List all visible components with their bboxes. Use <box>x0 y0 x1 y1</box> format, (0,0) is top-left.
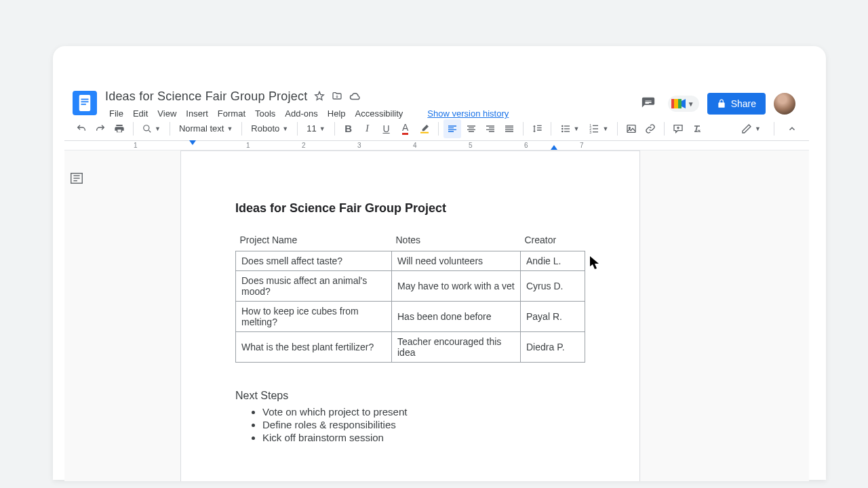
svg-rect-5 <box>674 99 678 108</box>
doc-heading: Ideas for Science Fair Group Project <box>235 201 585 216</box>
text-color-icon[interactable]: A <box>397 119 414 138</box>
right-indent-marker[interactable] <box>551 145 557 150</box>
document-page[interactable]: Ideas for Science Fair Group Project Pro… <box>180 150 640 481</box>
bullet-list-icon[interactable]: ▼ <box>556 119 584 138</box>
italic-icon[interactable]: I <box>359 119 376 138</box>
move-icon[interactable] <box>332 91 342 102</box>
user-avatar[interactable] <box>774 93 795 115</box>
collapse-toolbar-icon[interactable] <box>783 119 801 138</box>
svg-rect-21 <box>627 125 635 132</box>
list-item: Vote on which project to present <box>262 406 585 418</box>
svg-rect-6 <box>678 99 682 108</box>
chevron-down-icon: ▼ <box>688 100 694 108</box>
mouse-cursor-icon <box>590 256 601 270</box>
share-button[interactable]: Share <box>707 93 766 115</box>
doc-title[interactable]: Ideas for Science Fair Group Project <box>105 89 307 104</box>
insert-image-icon[interactable] <box>623 119 640 138</box>
svg-rect-0 <box>79 95 91 111</box>
align-center-icon[interactable] <box>462 119 480 138</box>
align-justify-icon[interactable] <box>500 119 518 138</box>
underline-icon[interactable]: U <box>378 119 395 138</box>
svg-rect-13 <box>564 128 570 129</box>
canvas: Ideas for Science Fair Group Project Pro… <box>64 150 809 481</box>
add-comment-icon[interactable] <box>669 119 687 138</box>
bold-icon[interactable]: B <box>340 119 357 138</box>
projects-table: Project Name Notes Creator Does smell af… <box>235 232 585 363</box>
svg-rect-14 <box>564 131 570 131</box>
svg-point-10 <box>561 127 564 129</box>
svg-rect-18 <box>593 125 598 125</box>
redo-icon[interactable] <box>92 119 109 138</box>
editing-mode-icon[interactable]: ▼ <box>737 119 765 138</box>
print-icon[interactable] <box>111 119 128 138</box>
cloud-saved-icon[interactable] <box>349 91 361 102</box>
highlight-icon[interactable] <box>416 119 433 138</box>
left-indent-marker[interactable] <box>189 140 196 146</box>
horizontal-ruler[interactable]: 1 1 2 3 4 5 6 7 <box>64 141 809 150</box>
table-row: What is the best plant fertilizer?Teache… <box>236 332 585 363</box>
fontsize-dropdown[interactable]: 11▼ <box>302 119 329 138</box>
line-spacing-icon[interactable] <box>528 119 546 138</box>
svg-rect-3 <box>81 104 86 105</box>
svg-point-9 <box>561 125 564 127</box>
next-steps-title: Next Steps <box>235 390 585 402</box>
clear-formatting-icon[interactable] <box>688 119 706 138</box>
meet-button[interactable]: ▼ <box>668 96 699 112</box>
table-row: Does smell affect taste?Will need volunt… <box>236 251 585 271</box>
google-docs-app: Ideas for Science Fair Group Project Fil… <box>64 83 809 481</box>
svg-point-22 <box>629 127 631 128</box>
svg-point-11 <box>561 130 564 132</box>
svg-rect-4 <box>671 99 674 108</box>
docs-logo[interactable] <box>73 91 97 115</box>
svg-rect-12 <box>564 125 570 126</box>
table-header: Project Name Notes Creator <box>236 232 585 251</box>
svg-rect-2 <box>81 101 89 102</box>
svg-rect-19 <box>593 128 598 129</box>
font-dropdown[interactable]: Roboto▼ <box>247 119 292 138</box>
titlebar: Ideas for Science Fair Group Project Fil… <box>64 83 809 117</box>
next-steps-list: Vote on which project to present Define … <box>235 406 585 443</box>
list-item: Kick off brainstorm session <box>262 432 585 443</box>
zoom-dropdown[interactable]: ▼ <box>138 119 165 138</box>
align-left-icon[interactable] <box>443 119 461 138</box>
outline-icon[interactable] <box>69 171 84 186</box>
insert-link-icon[interactable] <box>642 119 659 138</box>
svg-point-7 <box>144 125 149 130</box>
undo-icon[interactable] <box>73 119 90 138</box>
star-icon[interactable] <box>314 91 325 102</box>
table-row: Does music affect an animal's mood?May h… <box>236 271 585 302</box>
svg-rect-8 <box>420 131 429 133</box>
align-right-icon[interactable] <box>481 119 499 138</box>
svg-rect-20 <box>593 131 598 132</box>
svg-rect-1 <box>81 99 89 100</box>
numbered-list-icon[interactable]: 123▼ <box>585 119 612 138</box>
svg-text:3: 3 <box>590 129 592 134</box>
style-dropdown[interactable]: Normal text▼ <box>175 119 237 138</box>
share-label: Share <box>731 98 756 109</box>
comments-icon[interactable] <box>637 92 660 115</box>
list-item: Define roles & responsibilities <box>262 419 585 430</box>
next-steps-section: Next Steps Vote on which project to pres… <box>235 390 585 443</box>
table-row: How to keep ice cubes from melting?Has b… <box>236 302 585 332</box>
